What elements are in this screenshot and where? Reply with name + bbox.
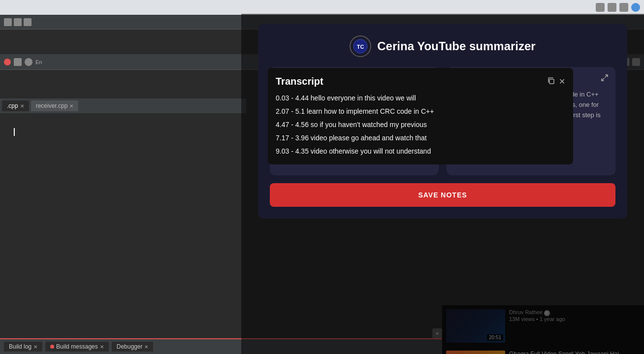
browser-icon-2[interactable] bbox=[608, 3, 616, 12]
popup-item-3: 4.47 - 4.56 so if you haven't watched my… bbox=[276, 120, 565, 130]
tab-cpp[interactable]: .cpp ✕ bbox=[2, 100, 29, 111]
list-icon[interactable] bbox=[14, 58, 22, 66]
popup-header: Transcript ✕ bbox=[276, 76, 565, 87]
build-log-close[interactable]: ✕ bbox=[33, 344, 37, 350]
network-icon[interactable] bbox=[25, 58, 32, 66]
svg-text:TC: TC bbox=[357, 44, 364, 50]
toolbar-icon-3[interactable] bbox=[24, 18, 32, 26]
ide-tab-bar: .cpp ✕ receiver.cpp ✕ bbox=[0, 98, 246, 113]
svg-rect-2 bbox=[549, 79, 554, 84]
toolbar-icon-2[interactable] bbox=[14, 18, 22, 26]
tab-cpp-close[interactable]: ✕ bbox=[20, 103, 24, 109]
popup-item-2: 2.07 - 5.1 learn how to implement CRC co… bbox=[276, 106, 565, 117]
tab-receiver-label: receiver.cpp bbox=[36, 102, 68, 109]
en-label: En bbox=[35, 59, 42, 65]
save-notes-button[interactable]: SAVE NOTES bbox=[270, 183, 615, 207]
modal-overlay: TC Cerina YouTube summarizer Transcript … bbox=[241, 14, 644, 354]
debugger-label: Debugger bbox=[117, 343, 143, 350]
popup-action-icons: ✕ bbox=[547, 77, 565, 87]
popup-item-4: 7.17 - 3.96 video please go ahead and wa… bbox=[276, 133, 565, 143]
toolbar-icon-1[interactable] bbox=[4, 18, 12, 26]
popup-item-1: 0.03 - 4.44 hello everyone in this video… bbox=[276, 93, 565, 103]
popup-title: Transcript bbox=[276, 76, 323, 87]
debugger-close[interactable]: ✕ bbox=[144, 344, 148, 350]
popup-copy-button[interactable] bbox=[547, 77, 555, 87]
modal-logo: TC bbox=[350, 35, 371, 57]
browser-chrome bbox=[0, 0, 644, 15]
build-messages-close[interactable]: ✕ bbox=[100, 344, 104, 350]
ide-text-cursor bbox=[14, 128, 15, 136]
summary-ext-icon[interactable] bbox=[601, 74, 609, 84]
tab-cpp-label: .cpp bbox=[7, 102, 18, 109]
tab-receiver[interactable]: receiver.cpp ✕ bbox=[31, 100, 79, 111]
tab-receiver-close[interactable]: ✕ bbox=[69, 103, 73, 109]
popup-scroll-area[interactable]: 0.03 - 4.44 hello everyone in this video… bbox=[276, 93, 565, 157]
tab-build-log[interactable]: Build log ✕ bbox=[4, 342, 42, 352]
popup-items-list: 0.03 - 4.44 hello everyone in this video… bbox=[276, 93, 565, 157]
browser-icon-3[interactable] bbox=[619, 3, 628, 12]
transcript-popup: Transcript ✕ 0.03 - 4.44 hello everyone … bbox=[268, 68, 573, 164]
browser-icon-1[interactable] bbox=[596, 3, 605, 12]
build-messages-dot bbox=[50, 345, 54, 349]
tab-debugger[interactable]: Debugger ✕ bbox=[112, 342, 154, 352]
modal-container: TC Cerina YouTube summarizer Transcript … bbox=[258, 24, 627, 219]
popup-item-5: 9.03 - 4.35 video otherwise you will not… bbox=[276, 146, 565, 157]
popup-close-button[interactable]: ✕ bbox=[559, 77, 565, 86]
browser-icon-avatar[interactable] bbox=[631, 3, 640, 12]
build-messages-label: Build messages bbox=[56, 343, 98, 350]
tab-build-messages[interactable]: Build messages ✕ bbox=[45, 342, 109, 352]
tecosys-logo: TC bbox=[353, 39, 368, 54]
record-icon[interactable] bbox=[4, 59, 11, 65]
build-log-label: Build log bbox=[9, 343, 32, 350]
modal-header: TC Cerina YouTube summarizer bbox=[270, 35, 615, 57]
modal-title: Cerina YouTube summarizer bbox=[377, 39, 535, 53]
